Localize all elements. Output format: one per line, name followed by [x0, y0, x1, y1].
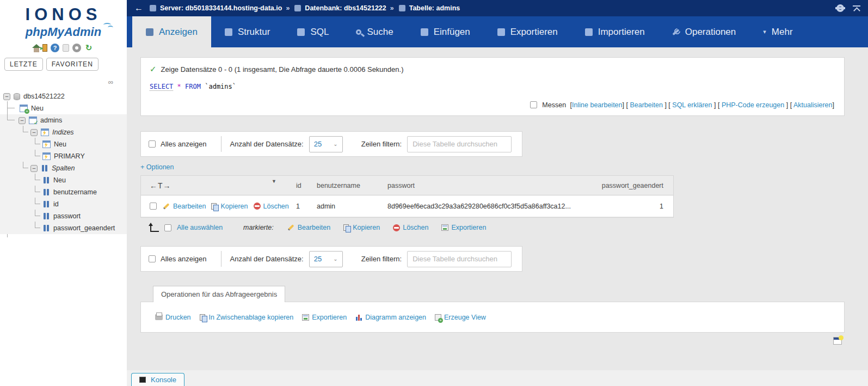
show-all-label[interactable]: Alles anzeigen	[161, 140, 207, 148]
check-all-checkbox[interactable]	[164, 224, 171, 231]
tree-item-database[interactable]: − dbs14521222	[0, 90, 127, 102]
tab-operations[interactable]: Operationen	[658, 16, 750, 47]
collapse-expander-icon[interactable]: −	[30, 129, 38, 136]
column-icon	[42, 212, 50, 220]
open-page-window-icon[interactable]	[833, 337, 842, 345]
tab-more[interactable]: ▾ Mehr	[749, 16, 806, 47]
breadcrumb-bar: ← Server: db5018334144.hosting-data.io »…	[127, 0, 868, 16]
help-icon[interactable]: ?	[51, 44, 59, 52]
collapse-expander-icon[interactable]: −	[30, 165, 38, 172]
index-group-icon	[41, 128, 49, 136]
column-arrows-toggle[interactable]: ←T→	[150, 181, 171, 190]
tab-import[interactable]: Importieren	[571, 16, 658, 47]
selected-delete-action[interactable]: Löschen	[393, 224, 428, 231]
with-selected-label: markierte:	[243, 224, 274, 231]
tab-search[interactable]: Suche	[342, 16, 407, 47]
selected-edit-action[interactable]: Bearbeiten	[287, 224, 330, 231]
favorite-tables-button[interactable]: FAVORITEN	[46, 58, 99, 71]
gear-icon[interactable]	[836, 4, 844, 12]
tree-item-new-index[interactable]: Neu	[0, 138, 127, 150]
selected-export-action[interactable]: Exportieren	[441, 224, 486, 231]
tree-item-column-passwort-geaendert[interactable]: passwort_geaendert	[0, 222, 127, 234]
console-toggle[interactable]: Konsole	[131, 373, 184, 386]
show-all-label[interactable]: Alles anzeigen	[161, 255, 207, 263]
row-checkbox[interactable]	[150, 203, 157, 210]
tree-item-indexes[interactable]: − Indizes	[0, 126, 127, 138]
home-icon[interactable]	[34, 48, 39, 52]
recent-tables-button[interactable]: LETZTE	[4, 58, 43, 71]
column-header-benutzername[interactable]: benutzername	[317, 182, 387, 189]
check-all-link[interactable]: Alle auswählen	[177, 224, 223, 231]
show-all-checkbox[interactable]	[149, 255, 156, 262]
options-toggle-link[interactable]: + Optionen	[140, 163, 174, 171]
collapse-expander-icon[interactable]: −	[3, 93, 10, 100]
breadcrumb-server[interactable]: Server: db5018334144.hosting-data.io	[160, 4, 282, 12]
reload-icon[interactable]: ↻	[84, 44, 93, 52]
back-arrow-icon[interactable]: ←	[134, 3, 143, 13]
page-size-select[interactable]: 25⌄	[309, 136, 343, 152]
filter-rows-input[interactable]	[407, 136, 512, 152]
results-table-header: ←T→ ▼ id benutzername passwort passwort_…	[141, 176, 673, 195]
tree-item-columns[interactable]: − Spalten	[0, 162, 127, 174]
page-size-label: Anzahl der Datensätze:	[230, 140, 304, 148]
tab-export[interactable]: Exportieren	[484, 16, 571, 47]
copy-icon	[343, 224, 350, 231]
query-operations-legend: Operationen für das Abfrageergebnis	[153, 286, 285, 302]
column-header-passwort-geaendert[interactable]: passwort_geaendert	[594, 182, 673, 189]
display-chart-action[interactable]: Diagramm anzeigen	[355, 314, 426, 321]
cell-id: 1	[296, 203, 317, 210]
database-icon	[294, 5, 301, 11]
collapse-expander-icon[interactable]: −	[19, 117, 26, 124]
tree-item-column-benutzername[interactable]: benutzername	[0, 186, 127, 198]
sort-arrow-icon[interactable]: ▼	[272, 179, 276, 184]
table-row: Bearbeiten Kopieren Löschen 1 admin 8d96…	[141, 195, 673, 217]
tab-insert[interactable]: Einfügen	[407, 16, 484, 47]
filter-rows-input[interactable]	[407, 251, 512, 267]
show-all-checkbox[interactable]	[149, 140, 156, 148]
profiling-checkbox[interactable]	[530, 101, 537, 108]
cell-passwort-geaendert: 1	[594, 203, 673, 210]
profiling-label[interactable]: Messen	[542, 101, 566, 109]
row-edit-action[interactable]: Bearbeiten	[162, 203, 206, 210]
tree-item-table-admins[interactable]: − admins	[0, 114, 127, 126]
edit-link[interactable]: Bearbeiten	[630, 101, 662, 109]
export-action[interactable]: Exportieren	[302, 314, 347, 321]
query-result-panel: ✓ Zeige Datensätze 0 - 0 (1 insgesamt, D…	[140, 57, 845, 116]
create-view-action[interactable]: Erzeuge View	[435, 314, 486, 321]
print-action[interactable]: Drucken	[155, 314, 191, 321]
settings-icon[interactable]	[72, 44, 81, 52]
tree-item-index-primary[interactable]: PRIMARY	[0, 150, 127, 162]
column-header-passwort[interactable]: passwort	[387, 182, 594, 189]
wave-decoration-icon	[103, 23, 115, 28]
tree-item-column-passwort[interactable]: passwort	[0, 210, 127, 222]
copy-to-clipboard-action[interactable]: In Zwischenablage kopieren	[200, 314, 294, 321]
refresh-link[interactable]: Aktualisieren	[793, 101, 833, 109]
tree-item-new-table[interactable]: Neu	[0, 102, 127, 114]
link-icon[interactable]: ∞	[108, 78, 113, 86]
explain-sql-link[interactable]: SQL erklären	[672, 101, 712, 109]
tab-browse[interactable]: Anzeigen	[132, 16, 211, 47]
console-icon	[139, 377, 146, 383]
row-copy-action[interactable]: Kopieren	[211, 203, 248, 210]
filter-rows-label: Zeilen filtern:	[361, 255, 402, 263]
row-delete-action[interactable]: Löschen	[254, 203, 289, 210]
browse-icon	[146, 28, 153, 36]
tree-item-column-id[interactable]: id	[0, 198, 127, 210]
tree-item-new-column[interactable]: Neu	[0, 174, 127, 186]
inline-edit-link[interactable]: Inline bearbeiten	[572, 101, 622, 109]
logout-icon[interactable]	[42, 44, 47, 52]
selected-copy-action[interactable]: Kopieren	[343, 224, 380, 231]
collapse-panel-icon[interactable]	[853, 5, 860, 11]
logo[interactable]: IONOS phpMyAdmin	[0, 0, 127, 39]
page-size-select[interactable]: 25⌄	[309, 251, 343, 267]
breadcrumb-table[interactable]: Tabelle: admins	[409, 4, 460, 12]
docs-icon[interactable]	[63, 44, 69, 52]
tab-sql[interactable]: SQL	[284, 16, 342, 47]
sql-keyword: SELECT	[150, 83, 173, 91]
column-header-id[interactable]: id	[296, 182, 317, 189]
pager-controls-bottom: Alles anzeigen Anzahl der Datensätze: 25…	[140, 246, 522, 272]
create-php-code-link[interactable]: PHP-Code erzeugen	[722, 101, 784, 109]
index-icon	[42, 152, 51, 160]
tab-structure[interactable]: Struktur	[211, 16, 284, 47]
breadcrumb-database[interactable]: Datenbank: dbs14521222	[305, 4, 386, 12]
